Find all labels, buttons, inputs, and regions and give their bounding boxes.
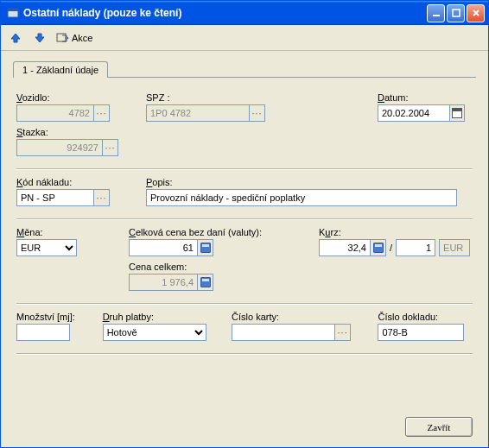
- maximize-button[interactable]: [447, 4, 465, 22]
- mena-label: Měna:document.currentScript.previousElem…: [16, 227, 103, 237]
- calculator-icon: [200, 243, 211, 253]
- vozidlo-browse-button[interactable]: ···: [94, 104, 110, 122]
- svg-rect-1: [8, 9, 18, 11]
- cislo-karty-input[interactable]: [232, 324, 335, 341]
- arrow-up-icon[interactable]: [8, 30, 23, 46]
- minimize-button[interactable]: [427, 4, 445, 22]
- cislo-dokladu-input[interactable]: [378, 324, 464, 341]
- spz-input: [146, 104, 250, 122]
- app-window: Ostatní náklady (pouze ke čtení): [0, 0, 489, 448]
- stazka-label: Stazka:document.currentScript.previousEl…: [16, 127, 146, 137]
- toolbar: Akce: [1, 25, 488, 51]
- druh-platby-select[interactable]: Hotově: [103, 324, 206, 341]
- close-button[interactable]: Zavřít: [405, 417, 473, 437]
- tab-basic-info[interactable]: 1 - Základní údaje: [13, 61, 108, 78]
- arrow-down-icon[interactable]: [32, 30, 48, 46]
- separator-2: [16, 218, 473, 220]
- cislo-dokladu-label: Číslo dokladu:: [378, 312, 473, 322]
- titlebar: Ostatní náklady (pouze ke čtení): [1, 1, 488, 25]
- cena-bez-dani-label: Celková cena bez daní (valuty):document.…: [129, 227, 284, 237]
- mena-select[interactable]: EUR: [16, 239, 77, 256]
- window-title: Ostatní náklady (pouze ke čtení): [23, 7, 427, 19]
- stazka-input: [16, 139, 103, 156]
- vozidlo-input: [16, 104, 94, 122]
- mnozstvi-label: Množství [mj]:: [16, 312, 86, 322]
- kurz-per-input[interactable]: [396, 239, 435, 256]
- popis-input[interactable]: [146, 189, 457, 206]
- datum-input[interactable]: [378, 104, 450, 122]
- cena-calc-button[interactable]: [198, 239, 213, 256]
- cena-celkem-calc-button[interactable]: [198, 274, 213, 291]
- vozidlo-label: Vozidlo:document.currentScript.previousE…: [16, 92, 129, 103]
- kurz-label: Kurz:document.currentScript.previousElem…: [319, 227, 470, 237]
- svg-rect-4: [57, 34, 66, 41]
- separator-3: [16, 303, 473, 305]
- spz-label: SPZ :: [146, 92, 284, 103]
- app-icon: [6, 6, 20, 20]
- cislo-karty-label: Číslo karty:: [232, 312, 360, 322]
- action-icon: [56, 32, 68, 44]
- calculator-icon: [373, 243, 384, 253]
- druh-platby-label: Druh platby:document.currentScript.previ…: [103, 312, 214, 322]
- action-label: Akce: [72, 33, 92, 43]
- datum-label: Datum:document.currentScript.previousEle…: [378, 92, 473, 103]
- stazka-browse-button[interactable]: ···: [103, 139, 118, 156]
- kod-nakladu-input[interactable]: [16, 189, 94, 206]
- close-window-button[interactable]: [467, 4, 485, 22]
- popis-label: Popis:document.currentScript.previousEle…: [146, 177, 473, 187]
- action-menu[interactable]: Akce: [56, 32, 92, 44]
- mnozstvi-input[interactable]: [16, 324, 70, 341]
- calendar-icon: [452, 108, 462, 118]
- cena-bez-dani-input[interactable]: [129, 239, 198, 256]
- calculator-icon: [200, 277, 211, 287]
- kurz-currency-input: [439, 239, 470, 256]
- cena-celkem-label: Cena celkem:: [129, 262, 213, 272]
- kod-nakladu-browse-button[interactable]: ···: [94, 189, 110, 206]
- svg-rect-3: [453, 9, 460, 16]
- spz-browse-button[interactable]: ···: [250, 104, 265, 122]
- separator-1: [16, 168, 473, 170]
- kurz-separator: /: [390, 243, 392, 253]
- svg-rect-2: [433, 15, 440, 16]
- datum-picker-button[interactable]: [449, 104, 465, 122]
- separator-4: [16, 353, 473, 355]
- cena-celkem-input: [129, 274, 198, 291]
- kurz-value-input[interactable]: [319, 239, 371, 256]
- kurz-calc-button[interactable]: [371, 239, 386, 256]
- cislo-karty-browse-button[interactable]: ···: [335, 324, 351, 341]
- kod-nakladu-label: Kód nákladu:document.currentScript.previ…: [16, 177, 129, 187]
